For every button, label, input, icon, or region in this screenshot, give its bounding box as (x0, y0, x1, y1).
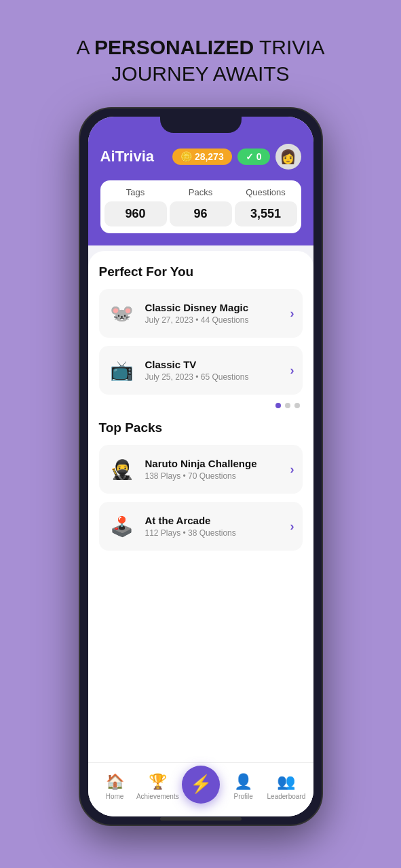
packs-value: 96 (170, 201, 232, 226)
pack-card-classictv[interactable]: 📺 Classic TV July 25, 2023 • 65 Question… (99, 346, 303, 395)
main-content: Perfect For You 🐭 Classic Disney Magic J… (88, 251, 313, 816)
achievements-icon: 🏆 (149, 773, 167, 791)
nav-leaderboard[interactable]: 👥 Leaderboard (265, 773, 307, 800)
phone-frame: AiTrivia 🪙 28,273 ✓ 0 👩 Tags (79, 107, 323, 826)
disney-meta: July 27, 2023 • 44 Questions (145, 315, 290, 325)
naruto-meta: 138 Plays • 70 Questions (145, 471, 290, 481)
stat-tags: Tags 960 (104, 187, 167, 226)
bottom-nav: 🏠 Home 🏆 Achievements ⚡ 👤 Profile (88, 762, 313, 816)
dot-1 (275, 403, 281, 408)
disney-info: Classic Disney Magic July 27, 2023 • 44 … (145, 302, 290, 325)
dot-2 (285, 403, 290, 408)
app-header: AiTrivia 🪙 28,273 ✓ 0 👩 Tags (88, 117, 313, 245)
pack-card-naruto[interactable]: 🥷 Naruto Ninja Challenge 138 Plays • 70 … (99, 445, 303, 494)
stats-row: Tags 960 Packs 96 Questions 3,551 (100, 180, 301, 233)
top-packs-section-heading: Top Packs (99, 420, 303, 435)
header-top: AiTrivia 🪙 28,273 ✓ 0 👩 (100, 144, 301, 170)
arcade-chevron: › (290, 519, 294, 534)
pack-card-arcade[interactable]: 🕹️ At the Arcade 112 Plays • 38 Question… (99, 502, 303, 551)
pack-card-disney[interactable]: 🐭 Classic Disney Magic July 27, 2023 • 4… (99, 289, 303, 338)
disney-icon: 🐭 (107, 298, 137, 328)
header-badges: 🪙 28,273 ✓ 0 👩 (172, 144, 301, 170)
coins-badge[interactable]: 🪙 28,273 (172, 149, 232, 165)
questions-value: 3,551 (235, 201, 297, 226)
phone-screen: AiTrivia 🪙 28,273 ✓ 0 👩 Tags (88, 117, 313, 816)
disney-chevron: › (290, 307, 294, 321)
coins-value: 28,273 (195, 151, 224, 162)
arcade-name: At the Arcade (145, 515, 290, 526)
check-value: 0 (256, 151, 262, 162)
dot-indicators (99, 403, 303, 408)
app-title: AiTrivia (100, 148, 154, 165)
naruto-chevron: › (290, 462, 294, 477)
check-badge[interactable]: ✓ 0 (237, 149, 270, 165)
home-icon: 🏠 (106, 773, 124, 791)
nav-profile[interactable]: 👤 Profile (222, 773, 265, 800)
tags-value: 960 (104, 201, 167, 226)
nav-home[interactable]: 🏠 Home (94, 773, 136, 800)
classictv-meta: July 25, 2023 • 65 Questions (145, 372, 290, 382)
phone-notch (160, 117, 242, 133)
questions-label: Questions (235, 187, 297, 197)
achievements-label: Achievements (136, 793, 179, 800)
naruto-icon: 🥷 (107, 454, 137, 484)
disney-name: Classic Disney Magic (145, 302, 290, 313)
classictv-info: Classic TV July 25, 2023 • 65 Questions (145, 359, 290, 382)
profile-icon: 👤 (234, 773, 252, 791)
naruto-name: Naruto Ninja Challenge (145, 458, 290, 469)
hero-text: A PERSONALIZED TRIVIA JOURNEY AWAITS (49, 34, 351, 87)
avatar[interactable]: 👩 (275, 144, 301, 170)
nav-play[interactable]: ⚡ (179, 766, 222, 808)
play-icon: ⚡ (190, 774, 212, 795)
hero-line2: JOURNEY AWAITS (76, 60, 324, 87)
home-indicator (160, 817, 242, 821)
packs-label: Packs (170, 187, 232, 197)
leaderboard-icon: 👥 (277, 773, 295, 791)
stat-questions: Questions 3,551 (235, 187, 297, 226)
leaderboard-label: Leaderboard (267, 793, 306, 800)
profile-label: Profile (234, 793, 253, 800)
nav-achievements[interactable]: 🏆 Achievements (136, 773, 179, 800)
arcade-info: At the Arcade 112 Plays • 38 Questions (145, 515, 290, 538)
hero-bold: PERSONALIZED (94, 36, 254, 58)
check-icon: ✓ (246, 151, 254, 162)
classictv-name: Classic TV (145, 359, 290, 370)
coin-icon: 🪙 (180, 151, 192, 162)
arcade-meta: 112 Plays • 38 Questions (145, 528, 290, 538)
classictv-icon: 📺 (107, 355, 137, 385)
dot-3 (294, 403, 300, 408)
classictv-chevron: › (290, 363, 294, 378)
arcade-icon: 🕹️ (107, 511, 137, 541)
stat-packs: Packs 96 (170, 187, 232, 226)
naruto-info: Naruto Ninja Challenge 138 Plays • 70 Qu… (145, 458, 290, 481)
tags-label: Tags (104, 187, 167, 197)
perfect-section-heading: Perfect For You (99, 264, 303, 279)
play-button[interactable]: ⚡ (182, 766, 220, 804)
home-label: Home (106, 793, 124, 800)
